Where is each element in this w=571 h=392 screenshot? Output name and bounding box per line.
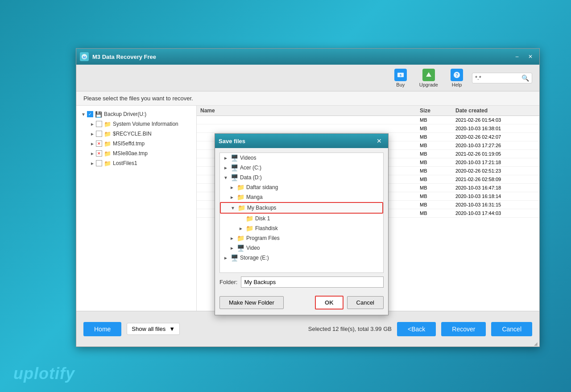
checkbox-svi[interactable] xyxy=(96,121,102,127)
tree-label-msi5: MSI5effd.tmp xyxy=(113,140,145,147)
folder-icon-manga: 📁 xyxy=(237,194,244,201)
checkbox-msie[interactable] xyxy=(96,150,102,157)
expander-manga[interactable]: ► xyxy=(229,194,235,200)
app-title: M3 Data Recovery Free xyxy=(92,54,512,60)
expander-programfiles[interactable]: ► xyxy=(229,235,235,241)
dtree-item-flashdisk[interactable]: ► 📁 Flashdisk xyxy=(220,223,383,233)
file-row[interactable]: MB2020-10-03 16:38:01 xyxy=(197,124,539,133)
close-button[interactable]: ✕ xyxy=(525,53,536,61)
expander-videos[interactable]: ► xyxy=(223,155,229,161)
drive-icon: 💾 xyxy=(95,111,102,118)
dialog-tree[interactable]: ► 🖥️ Videos ► 🖥️ Acer (C:) ▼ 🖥️ Data (D:… xyxy=(219,153,384,273)
expander-backup-driver[interactable]: ▼ xyxy=(80,111,87,118)
dtree-item-disk1[interactable]: 📁 Disk 1 xyxy=(220,214,383,223)
watermark: uplotify xyxy=(13,364,75,383)
filter-dropdown[interactable]: Show all files ▼ xyxy=(127,323,180,335)
back-button[interactable]: <Back xyxy=(397,322,436,336)
tree-item-backup-driver[interactable]: ▼ 💾 Backup Driver(U:) xyxy=(76,109,196,119)
dtree-item-video[interactable]: ► 🖥️ Video xyxy=(220,243,383,253)
expander-storage[interactable]: ► xyxy=(223,255,229,261)
expander-mybackups[interactable]: ▼ xyxy=(230,205,236,211)
dialog-title-bar: Save files ✕ xyxy=(215,134,388,148)
svg-text:M: M xyxy=(83,55,86,59)
dialog-body: ► 🖥️ Videos ► 🖥️ Acer (C:) ▼ 🖥️ Data (D:… xyxy=(215,148,388,292)
expander-acer[interactable]: ► xyxy=(223,165,229,171)
recover-button[interactable]: Recover xyxy=(441,322,486,336)
checkbox-backup-driver[interactable] xyxy=(87,111,93,117)
dialog-close-button[interactable]: ✕ xyxy=(374,136,385,146)
help-button[interactable]: ? Help xyxy=(447,67,467,89)
expander-disk1 xyxy=(238,215,244,222)
expander-recycle[interactable]: ► xyxy=(89,130,96,137)
expander-lostfiles[interactable]: ► xyxy=(89,160,96,167)
folder-icon-disk1: 📁 xyxy=(246,215,253,222)
expander-video[interactable]: ► xyxy=(229,245,235,251)
bottom-bar: Home Show all files ▼ Selected 12 file(s… xyxy=(76,311,539,347)
dtree-label-video: Video xyxy=(246,245,260,251)
file-row[interactable]: MB2021-02-26 01:54:03 xyxy=(197,116,539,124)
dtree-item-manga[interactable]: ► 📁 Manga xyxy=(220,192,383,202)
search-input[interactable] xyxy=(475,74,520,81)
tree-item-msie[interactable]: ► 📁 MSIe80ae.tmp xyxy=(85,149,196,158)
folder-label: Folder: xyxy=(219,279,237,285)
upgrade-button[interactable]: Upgrade xyxy=(416,67,442,89)
tree-item-svi[interactable]: ► 📁 System Volume Information xyxy=(85,119,196,129)
dtree-item-daftar[interactable]: ► 📁 Daftar sidang xyxy=(220,182,383,192)
checkbox-lostfiles[interactable] xyxy=(96,160,102,166)
search-icon[interactable]: 🔍 xyxy=(521,74,529,82)
folder-icon-daftar: 📁 xyxy=(237,184,244,191)
folder-icon-flashdisk: 📁 xyxy=(246,225,253,232)
tree-label-svi: System Volume Information xyxy=(113,121,178,127)
drive-icon-data: 🖥️ xyxy=(231,174,238,181)
title-bar: M M3 Data Recovery Free – ✕ xyxy=(76,49,539,65)
dtree-item-acer[interactable]: ► 🖥️ Acer (C:) xyxy=(220,163,383,173)
app-window: M M3 Data Recovery Free – ✕ $ Buy Upgrad… xyxy=(76,48,540,347)
tree-item-lostfiles[interactable]: ► 📁 LostFiles1 xyxy=(85,158,196,168)
dtree-label-daftar: Daftar sidang xyxy=(246,184,278,190)
ok-button[interactable]: OK xyxy=(315,296,343,309)
resize-handle[interactable]: ◢ xyxy=(534,341,539,347)
tree-children: ► 📁 System Volume Information ► 📁 $RECYC… xyxy=(76,119,196,168)
drive-icon-acer: 🖥️ xyxy=(231,164,238,171)
dtree-label-storage: Storage (E:) xyxy=(240,255,269,261)
folder-icon-lostfiles: 📁 xyxy=(104,160,111,167)
search-box: 🔍 xyxy=(472,73,532,83)
drive-icon-videos: 🖥️ xyxy=(231,154,238,161)
expander-msie[interactable]: ► xyxy=(89,150,96,157)
dialog-cancel-button[interactable]: Cancel xyxy=(347,296,384,309)
toolbar: $ Buy Upgrade ? Help 🔍 xyxy=(76,65,539,91)
expander-daftar[interactable]: ► xyxy=(229,184,235,190)
svg-text:?: ? xyxy=(455,73,458,78)
dialog-buttons: Make New Folder OK Cancel xyxy=(215,292,388,315)
watermark-part1: upl xyxy=(13,364,39,383)
dtree-item-videos[interactable]: ► 🖥️ Videos xyxy=(220,153,383,163)
dtree-item-programfiles[interactable]: ► 📁 Program Files xyxy=(220,233,383,243)
left-panel: ▼ 💾 Backup Driver(U:) ► 📁 System Volume … xyxy=(76,106,197,311)
home-button[interactable]: Home xyxy=(83,322,121,336)
drive-icon-storage: 🖥️ xyxy=(231,254,238,261)
dtree-item-storage[interactable]: ► 🖥️ Storage (E:) xyxy=(220,253,383,263)
checkbox-recycle[interactable] xyxy=(96,131,102,137)
make-new-folder-button[interactable]: Make New Folder xyxy=(219,296,284,309)
drive-icon-video: 🖥️ xyxy=(237,244,244,252)
minimize-button[interactable]: – xyxy=(512,53,522,61)
dtree-item-mybackups[interactable]: ▼ 📁 My Backups xyxy=(220,202,383,214)
col-name: Name xyxy=(200,107,420,114)
cancel-button[interactable]: Cancel xyxy=(491,322,532,336)
buy-icon: $ xyxy=(394,69,407,81)
dtree-label-manga: Manga xyxy=(246,194,263,200)
file-list-header: Name Size Date created xyxy=(197,106,539,116)
dtree-label-flashdisk: Flashdisk xyxy=(255,225,278,231)
tree-item-msi5[interactable]: ► 📁 MSI5effd.tmp xyxy=(85,139,196,149)
expander-data[interactable]: ▼ xyxy=(223,174,229,181)
expander-flashdisk[interactable]: ► xyxy=(238,225,244,231)
folder-icon-msie: 📁 xyxy=(104,150,111,157)
expander-svi[interactable]: ► xyxy=(89,120,96,128)
checkbox-msi5[interactable] xyxy=(96,140,102,147)
folder-input[interactable] xyxy=(241,276,384,288)
instruction-text: Please select the files you want to reco… xyxy=(76,91,539,106)
expander-msi5[interactable]: ► xyxy=(89,140,96,147)
buy-button[interactable]: $ Buy xyxy=(391,67,410,89)
dtree-item-data[interactable]: ▼ 🖥️ Data (D:) xyxy=(220,173,383,182)
tree-item-recycle[interactable]: ► 📁 $RECYCLE.BIN xyxy=(85,129,196,139)
